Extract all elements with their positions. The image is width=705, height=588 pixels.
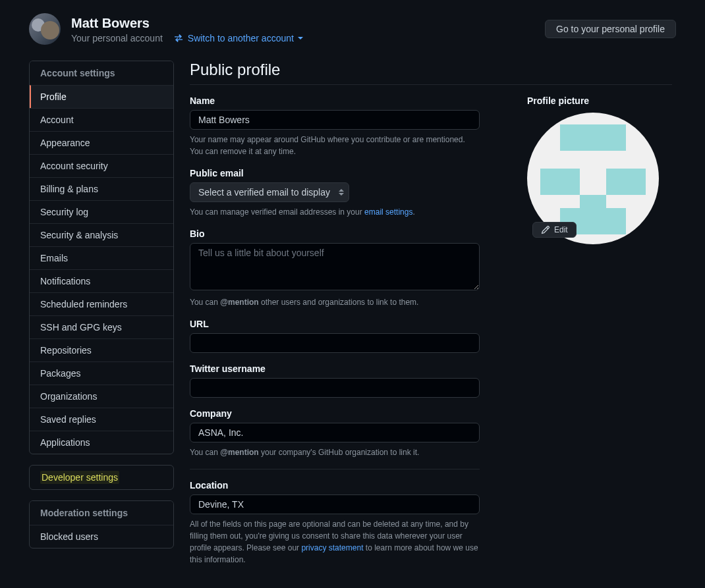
footer-help: All of the fields on this page are optio… [190,518,480,566]
profile-picture-label: Profile picture [527,95,659,106]
sidebar-item-appearance[interactable]: Appearance [30,131,173,154]
moderation-menu: Moderation settings Blocked users [29,500,174,548]
company-label: Company [190,408,480,419]
email-select[interactable]: Select a verified email to display [190,182,349,202]
sidebar-item-security-analysis[interactable]: Security & analysis [30,223,173,246]
sidebar-item-billing[interactable]: Billing & plans [30,177,173,200]
sidebar: Account settings Profile Account Appeara… [29,61,174,559]
developer-settings-label: Developer settings [40,471,119,484]
url-label: URL [190,319,480,329]
twitter-label: Twitter username [190,363,480,374]
account-subtitle: Your personal account [71,33,163,43]
sidebar-item-account[interactable]: Account [30,108,173,131]
divider [190,469,480,469]
twitter-input[interactable] [190,378,480,398]
company-input[interactable] [190,423,480,442]
sidebar-item-organizations[interactable]: Organizations [30,385,173,408]
sidebar-item-ssh-gpg[interactable]: SSH and GPG keys [30,315,173,338]
edit-picture-button[interactable]: Edit [532,222,577,238]
developer-settings-link[interactable]: Developer settings [29,465,174,490]
account-settings-menu: Account settings Profile Account Appeara… [29,61,174,454]
sidebar-item-emails[interactable]: Emails [30,246,173,269]
bio-textarea[interactable] [190,243,480,290]
sidebar-item-saved-replies[interactable]: Saved replies [30,408,173,431]
page-header: Matt Bowers Your personal account Switch… [29,13,676,45]
name-label: Name [190,95,480,106]
email-label: Public email [190,168,480,178]
sidebar-item-repositories[interactable]: Repositories [30,338,173,361]
email-settings-link[interactable]: email settings [364,207,412,217]
go-profile-button[interactable]: Go to your personal profile [545,20,676,38]
avatar[interactable] [29,13,61,45]
bio-help: You can @mention other users and organiz… [190,296,480,308]
email-help: You can manage verified email addresses … [190,206,480,218]
switch-icon [173,33,184,43]
caret-down-icon [298,37,303,40]
sidebar-item-security-log[interactable]: Security log [30,200,173,223]
switch-account-link[interactable]: Switch to another account [173,33,303,43]
sidebar-item-notifications[interactable]: Notifications [30,269,173,292]
edit-label: Edit [554,225,568,234]
sidebar-item-reminders[interactable]: Scheduled reminders [30,292,173,315]
location-label: Location [190,480,480,491]
name-help: Your name may appear around GitHub where… [190,134,480,157]
switch-account-label: Switch to another account [188,33,294,43]
sidebar-item-blocked-users[interactable]: Blocked users [30,525,173,548]
bio-label: Bio [190,228,480,239]
url-input[interactable] [190,333,480,353]
username: Matt Bowers [71,15,303,32]
page-title: Public profile [190,61,672,85]
sidebar-item-applications[interactable]: Applications [30,431,173,454]
sidebar-item-account-security[interactable]: Account security [30,154,173,177]
menu-header-moderation: Moderation settings [30,501,173,525]
privacy-link[interactable]: privacy statement [301,543,363,552]
pencil-icon [541,225,550,234]
name-input[interactable] [190,110,480,130]
company-help: You can @mention your company's GitHub o… [190,446,480,458]
location-input[interactable] [190,494,480,514]
sidebar-item-packages[interactable]: Packages [30,361,173,385]
menu-header-account: Account settings [30,61,173,85]
sidebar-item-profile[interactable]: Profile [30,85,173,108]
